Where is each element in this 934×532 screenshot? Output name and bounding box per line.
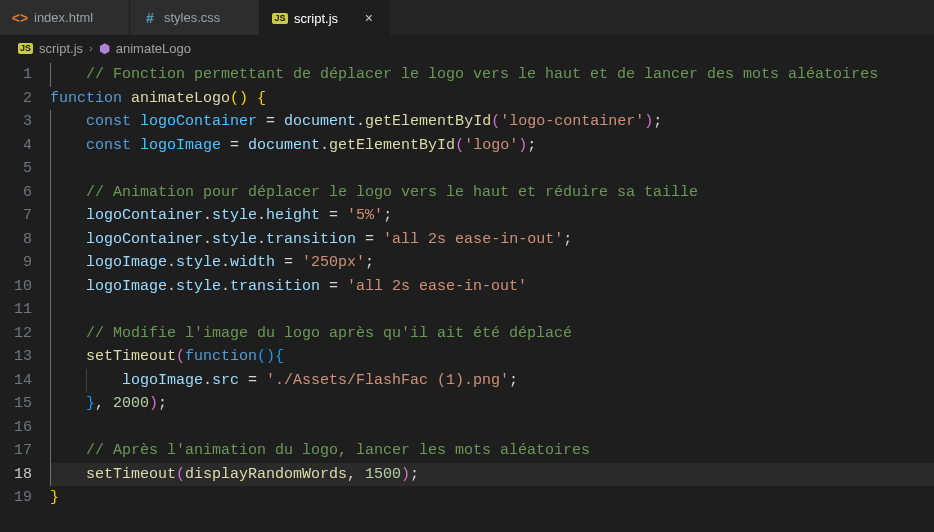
code-token: // Modifie l'image du logo après qu'il a… bbox=[86, 322, 572, 346]
code-token: ) bbox=[266, 345, 275, 369]
symbol-icon: ⬢ bbox=[99, 41, 110, 56]
code-line[interactable]: setTimeout(function(){ bbox=[50, 345, 934, 369]
indent-guide bbox=[50, 204, 86, 228]
code-token: style bbox=[176, 275, 221, 299]
code-token: . bbox=[221, 275, 230, 299]
line-number: 3 bbox=[12, 110, 32, 134]
code-token: style bbox=[212, 204, 257, 228]
indent-guide bbox=[50, 228, 86, 252]
code-token: width bbox=[230, 251, 275, 275]
code-line[interactable]: const logoImage = document.getElementByI… bbox=[50, 134, 934, 158]
code-line[interactable]: setTimeout(displayRandomWords, 1500); bbox=[50, 463, 934, 487]
code-token: 'all 2s ease-in-out' bbox=[347, 275, 527, 299]
code-line[interactable] bbox=[50, 157, 934, 181]
code-line[interactable]: logoImage.style.transition = 'all 2s eas… bbox=[50, 275, 934, 299]
code-token: = bbox=[320, 275, 347, 299]
line-number: 19 bbox=[12, 486, 32, 510]
code-token: setTimeout bbox=[86, 345, 176, 369]
code-token: logoImage bbox=[86, 251, 167, 275]
code-token: . bbox=[356, 110, 365, 134]
breadcrumb: JS script.js › ⬢ animateLogo bbox=[0, 36, 934, 60]
code-line[interactable]: }, 2000); bbox=[50, 392, 934, 416]
code-token: src bbox=[212, 369, 239, 393]
code-line[interactable]: logoImage.src = './Assets/FlashFac (1).p… bbox=[50, 369, 934, 393]
code-line[interactable]: logoContainer.style.height = '5%'; bbox=[50, 204, 934, 228]
indent-guide bbox=[50, 110, 86, 134]
tab-script-js[interactable]: JSscript.js× bbox=[260, 0, 390, 35]
code-token bbox=[131, 110, 140, 134]
code-token: . bbox=[221, 251, 230, 275]
code-token: = bbox=[275, 251, 302, 275]
js-icon: JS bbox=[18, 43, 33, 54]
code-token: function bbox=[185, 345, 257, 369]
code-line[interactable]: // Fonction permettant de déplacer le lo… bbox=[50, 63, 934, 87]
line-number: 8 bbox=[12, 228, 32, 252]
code-line[interactable]: // Modifie l'image du logo après qu'il a… bbox=[50, 322, 934, 346]
line-number: 10 bbox=[12, 275, 32, 299]
code-line[interactable]: logoImage.style.width = '250px'; bbox=[50, 251, 934, 275]
indent-guide bbox=[50, 181, 86, 205]
breadcrumb-symbol[interactable]: animateLogo bbox=[116, 41, 191, 56]
line-number: 15 bbox=[12, 392, 32, 416]
indent-guide bbox=[50, 345, 86, 369]
line-number: 13 bbox=[12, 345, 32, 369]
code-token: . bbox=[257, 228, 266, 252]
code-line[interactable] bbox=[50, 416, 934, 440]
line-number-gutter: 12345678910111213141516171819 bbox=[0, 63, 50, 510]
code-token: . bbox=[167, 275, 176, 299]
code-token: , bbox=[95, 392, 113, 416]
code-line[interactable]: // Après l'animation du logo, lancer les… bbox=[50, 439, 934, 463]
code-token: 'logo' bbox=[464, 134, 518, 158]
code-line[interactable]: logoContainer.style.transition = 'all 2s… bbox=[50, 228, 934, 252]
close-icon[interactable]: × bbox=[361, 10, 377, 26]
code-token: ; bbox=[527, 134, 536, 158]
code-token: { bbox=[275, 345, 284, 369]
code-token: ( bbox=[176, 345, 185, 369]
code-token: 'all 2s ease-in-out' bbox=[383, 228, 563, 252]
code-line[interactable]: } bbox=[50, 486, 934, 510]
code-token: ; bbox=[158, 392, 167, 416]
line-number: 5 bbox=[12, 157, 32, 181]
code-token: transition bbox=[230, 275, 320, 299]
code-token: = bbox=[356, 228, 383, 252]
code-token: logoContainer bbox=[140, 110, 257, 134]
code-token: const bbox=[86, 134, 131, 158]
code-line[interactable]: const logoContainer = document.getElemen… bbox=[50, 110, 934, 134]
code-line[interactable] bbox=[50, 298, 934, 322]
line-number: 18 bbox=[12, 463, 32, 487]
code-token: . bbox=[167, 251, 176, 275]
code-token: } bbox=[86, 392, 95, 416]
code-token: ; bbox=[563, 228, 572, 252]
code-token: ( bbox=[491, 110, 500, 134]
code-token: ; bbox=[410, 463, 419, 487]
code-token: . bbox=[203, 204, 212, 228]
code-token: . bbox=[257, 204, 266, 228]
indent-guide bbox=[50, 439, 86, 463]
code-token: ) bbox=[644, 110, 653, 134]
code-editor[interactable]: 12345678910111213141516171819 // Fonctio… bbox=[0, 60, 934, 510]
line-number: 11 bbox=[12, 298, 32, 322]
code-token: getElementById bbox=[365, 110, 491, 134]
indent-guide bbox=[50, 275, 86, 299]
tab-index-html[interactable]: <>index.html bbox=[0, 0, 130, 35]
code-token: logoImage bbox=[122, 369, 203, 393]
code-token: ; bbox=[383, 204, 392, 228]
code-token: ) bbox=[239, 87, 248, 111]
css-icon: # bbox=[146, 10, 154, 26]
tab-styles-css[interactable]: #styles.css bbox=[130, 0, 260, 35]
code-line[interactable]: // Animation pour déplacer le logo vers … bbox=[50, 181, 934, 205]
code-line[interactable]: function animateLogo() { bbox=[50, 87, 934, 111]
line-number: 7 bbox=[12, 204, 32, 228]
code-token: './Assets/FlashFac (1).png' bbox=[266, 369, 509, 393]
code-token: // Animation pour déplacer le logo vers … bbox=[86, 181, 698, 205]
code-token: } bbox=[50, 486, 59, 510]
code-content[interactable]: // Fonction permettant de déplacer le lo… bbox=[50, 63, 934, 510]
code-token: = bbox=[239, 369, 266, 393]
code-token: ) bbox=[401, 463, 410, 487]
breadcrumb-file[interactable]: script.js bbox=[39, 41, 83, 56]
code-token: displayRandomWords bbox=[185, 463, 347, 487]
code-token: { bbox=[257, 87, 266, 111]
code-token: const bbox=[86, 110, 131, 134]
code-token: document bbox=[248, 134, 320, 158]
code-token: document bbox=[284, 110, 356, 134]
